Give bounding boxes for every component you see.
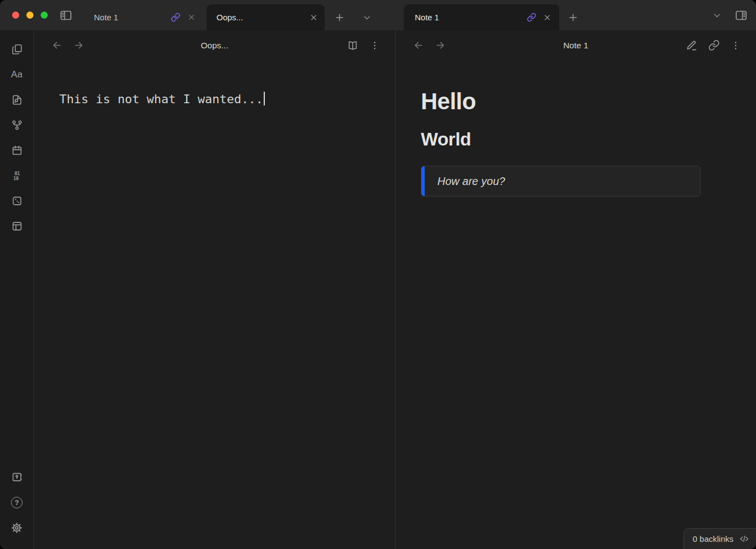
- heading-2: World: [421, 130, 725, 149]
- arrow-left-icon: [51, 40, 63, 51]
- tab-note-1-active[interactable]: Note 1: [404, 4, 559, 30]
- blockquote-text: How are you?: [437, 175, 505, 188]
- tab-bar-right-controls: [708, 2, 751, 28]
- link-icon: [527, 13, 536, 22]
- close-icon: [187, 13, 196, 21]
- close-icon: [309, 13, 318, 22]
- tab-close-button[interactable]: [185, 11, 198, 24]
- arrow-left-icon: [413, 40, 424, 51]
- binary-icon: 01 10: [11, 170, 23, 182]
- code-icon[interactable]: [739, 534, 749, 544]
- forward-button[interactable]: [431, 32, 449, 58]
- typography-icon: Aa: [11, 69, 23, 80]
- tab-label: Note 1: [415, 13, 522, 22]
- open-vault-button[interactable]: [9, 469, 25, 485]
- traffic-lights: [0, 0, 48, 30]
- plus-icon: [568, 12, 579, 23]
- toggle-left-sidebar-button[interactable]: [57, 0, 75, 30]
- header-actions: [343, 32, 384, 58]
- open-daily-note-button[interactable]: [9, 142, 25, 159]
- dice-icon: [11, 195, 23, 207]
- fullscreen-window-button[interactable]: [41, 12, 48, 19]
- close-icon: [543, 13, 552, 22]
- arrow-right-icon: [435, 40, 446, 51]
- link-icon: [171, 13, 180, 22]
- open-graph-view-button[interactable]: [9, 117, 25, 133]
- binary-plugin-button[interactable]: 01 10: [9, 167, 25, 184]
- vertical-ellipsis-icon: [369, 40, 380, 51]
- search-file-button[interactable]: [9, 92, 25, 108]
- tab-note-1-inactive[interactable]: Note 1: [84, 4, 202, 30]
- right-pane: Note 1: [395, 30, 756, 549]
- forward-button[interactable]: [69, 32, 88, 58]
- editor-source[interactable]: This is not what I wanted...: [34, 60, 395, 549]
- text-cursor: [264, 92, 265, 105]
- vault-icon: [11, 471, 23, 483]
- plus-icon: [334, 12, 345, 23]
- file-search-icon: [11, 94, 23, 106]
- tab-label: Oops...: [216, 13, 307, 22]
- reading-mode-button[interactable]: [343, 32, 362, 58]
- tab-label: Note 1: [94, 13, 166, 22]
- editor-preview[interactable]: Hello World How are you?: [396, 60, 756, 549]
- calendar-icon: [11, 144, 23, 156]
- svg-text:10: 10: [13, 176, 19, 181]
- tab-bar: Note 1 Oops...: [0, 0, 756, 30]
- arrow-right-icon: [73, 40, 85, 51]
- layout-button[interactable]: [9, 218, 25, 234]
- vertical-ellipsis-icon: [730, 40, 741, 51]
- status-bar: 0 backlinks: [683, 528, 756, 549]
- minimize-window-button[interactable]: [26, 12, 34, 19]
- pencil-icon: [686, 40, 698, 52]
- link-button[interactable]: [704, 32, 723, 58]
- right-pane-header: Note 1: [396, 30, 756, 60]
- help-icon: ?: [11, 497, 23, 508]
- nav-arrows: [409, 32, 449, 58]
- chevron-down-icon: [712, 10, 722, 20]
- back-button[interactable]: [409, 32, 427, 58]
- help-button[interactable]: ?: [9, 494, 25, 511]
- backlinks-count[interactable]: 0 backlinks: [693, 534, 733, 544]
- right-panel-icon: [735, 9, 748, 22]
- ribbon: Aa: [0, 30, 34, 549]
- tab-oops-active[interactable]: Oops...: [207, 4, 325, 30]
- typography-button[interactable]: Aa: [9, 66, 25, 83]
- pane-title: Note 1: [563, 41, 588, 51]
- editor-line: This is not what I wanted...: [59, 92, 263, 106]
- open-quick-switcher-button[interactable]: [9, 41, 25, 58]
- tab-list-button[interactable]: [708, 2, 726, 28]
- app-window: Note 1 Oops...: [0, 0, 756, 549]
- left-pane-header: Oops...: [34, 30, 395, 60]
- more-options-button[interactable]: [365, 32, 384, 58]
- chevron-down-icon: [362, 13, 372, 23]
- new-tab-button[interactable]: [330, 4, 349, 30]
- random-note-button[interactable]: [9, 193, 25, 209]
- blockquote: How are you?: [421, 166, 701, 197]
- edit-mode-button[interactable]: [682, 32, 701, 58]
- book-open-icon: [347, 40, 359, 52]
- settings-button[interactable]: [9, 519, 25, 536]
- close-window-button[interactable]: [12, 12, 19, 19]
- tab-close-button[interactable]: [541, 11, 554, 24]
- header-actions: [682, 32, 745, 58]
- back-button[interactable]: [47, 32, 66, 58]
- gear-icon: [10, 522, 23, 534]
- blockquote-accent-bar: [421, 166, 425, 196]
- toggle-right-sidebar-button[interactable]: [732, 2, 751, 28]
- graph-fork-icon: [11, 119, 23, 131]
- main-area: Aa: [0, 30, 756, 549]
- right-tab-group: Note 1: [404, 4, 582, 30]
- nav-arrows: [47, 32, 88, 58]
- layout-icon: [11, 220, 23, 232]
- pane-title: Oops...: [201, 41, 229, 51]
- heading-1: Hello: [421, 89, 725, 114]
- tab-list-button[interactable]: [358, 4, 376, 30]
- more-options-button[interactable]: [726, 32, 745, 58]
- left-panel-icon: [59, 9, 73, 22]
- left-pane: Oops...: [34, 30, 395, 549]
- tab-close-button[interactable]: [307, 11, 320, 24]
- link-icon: [708, 40, 720, 51]
- files-icon: [11, 43, 23, 55]
- new-tab-button[interactable]: [564, 4, 582, 30]
